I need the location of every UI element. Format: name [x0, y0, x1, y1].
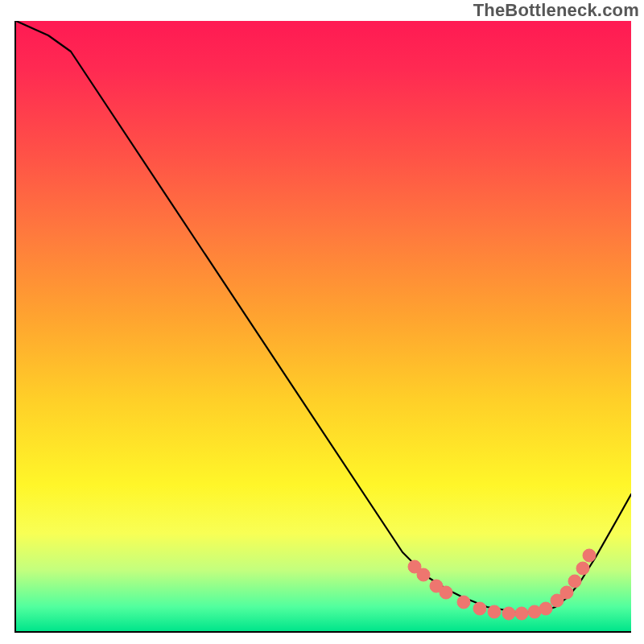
trough-marker: [576, 562, 589, 575]
trough-marker: [488, 605, 501, 618]
trough-marker: [417, 568, 430, 581]
trough-marker: [583, 549, 596, 562]
trough-marker: [502, 607, 515, 620]
trough-marker: [568, 575, 581, 588]
trough-marker: [560, 586, 573, 599]
trough-marker: [539, 602, 552, 615]
bottleneck-curve: [16, 21, 631, 612]
trough-marker: [440, 586, 452, 599]
chart-svg: [16, 21, 631, 631]
chart-container: TheBottleneck.com: [0, 0, 644, 644]
plot-area: [14, 21, 631, 633]
trough-marker: [473, 602, 486, 615]
watermark-label: TheBottleneck.com: [473, 0, 639, 21]
trough-marker: [515, 607, 528, 620]
trough-marker: [457, 596, 470, 609]
trough-marker: [528, 605, 541, 618]
